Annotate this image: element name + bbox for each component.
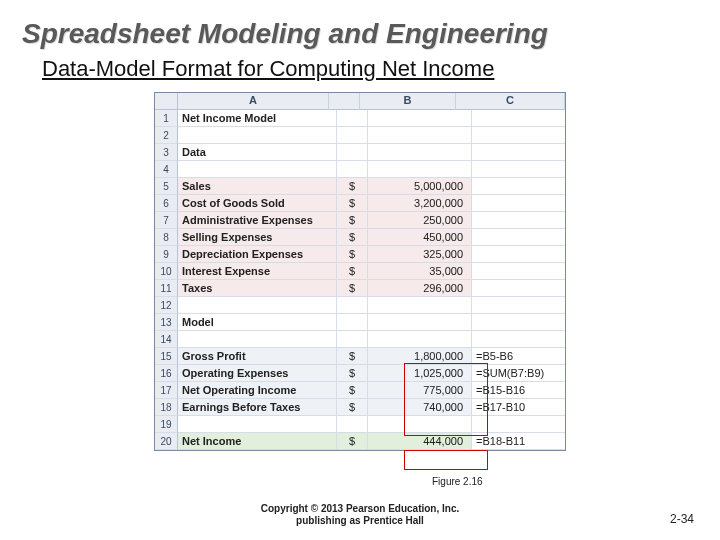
- cell-A[interactable]: Gross Profit: [178, 348, 337, 365]
- cell-B-value[interactable]: [368, 110, 472, 127]
- row-number[interactable]: 14: [155, 331, 178, 348]
- cell-A[interactable]: Data: [178, 144, 337, 161]
- cell-B-currency[interactable]: $: [337, 365, 368, 382]
- cell-B-value[interactable]: [368, 161, 472, 178]
- cell-B-value[interactable]: 250,000: [368, 212, 472, 229]
- cell-C-formula[interactable]: [472, 246, 565, 263]
- row-number[interactable]: 15: [155, 348, 178, 365]
- row-number[interactable]: 18: [155, 399, 178, 416]
- cell-A[interactable]: [178, 297, 337, 314]
- cell-B-value[interactable]: 325,000: [368, 246, 472, 263]
- row-number[interactable]: 7: [155, 212, 178, 229]
- cell-C-formula[interactable]: [472, 144, 565, 161]
- cell-B-currency[interactable]: [337, 127, 368, 144]
- cell-A[interactable]: Interest Expense: [178, 263, 337, 280]
- cell-B-value[interactable]: [368, 416, 472, 433]
- col-header-B[interactable]: B: [360, 93, 456, 110]
- cell-B-value[interactable]: 5,000,000: [368, 178, 472, 195]
- cell-B-currency[interactable]: $: [337, 178, 368, 195]
- row-number[interactable]: 12: [155, 297, 178, 314]
- row-number[interactable]: 6: [155, 195, 178, 212]
- cell-B-value[interactable]: [368, 331, 472, 348]
- row-number[interactable]: 4: [155, 161, 178, 178]
- row-number[interactable]: 1: [155, 110, 178, 127]
- cell-B-value[interactable]: [368, 127, 472, 144]
- row-number[interactable]: 10: [155, 263, 178, 280]
- cell-B-value[interactable]: 296,000: [368, 280, 472, 297]
- col-header-B-left[interactable]: [329, 93, 360, 110]
- cell-B-value[interactable]: [368, 314, 472, 331]
- cell-A[interactable]: Administrative Expenses: [178, 212, 337, 229]
- cell-B-value[interactable]: 1,025,000: [368, 365, 472, 382]
- cell-B-currency[interactable]: [337, 416, 368, 433]
- cell-C-formula[interactable]: =B15-B16: [472, 382, 565, 399]
- cell-C-formula[interactable]: [472, 161, 565, 178]
- cell-C-formula[interactable]: [472, 229, 565, 246]
- col-header-C[interactable]: C: [456, 93, 565, 110]
- cell-C-formula[interactable]: =B18-B11: [472, 433, 565, 450]
- cell-B-value[interactable]: [368, 297, 472, 314]
- cell-A[interactable]: [178, 331, 337, 348]
- cell-A[interactable]: Earnings Before Taxes: [178, 399, 337, 416]
- cell-A[interactable]: Taxes: [178, 280, 337, 297]
- cell-B-currency[interactable]: $: [337, 280, 368, 297]
- cell-C-formula[interactable]: [472, 263, 565, 280]
- cell-C-formula[interactable]: [472, 178, 565, 195]
- cell-A[interactable]: [178, 416, 337, 433]
- cell-A[interactable]: [178, 127, 337, 144]
- row-number[interactable]: 19: [155, 416, 178, 433]
- cell-A[interactable]: Operating Expenses: [178, 365, 337, 382]
- cell-C-formula[interactable]: =SUM(B7:B9): [472, 365, 565, 382]
- cell-B-value[interactable]: 444,000: [368, 433, 472, 450]
- row-number[interactable]: 20: [155, 433, 178, 450]
- cell-B-value[interactable]: 1,800,000: [368, 348, 472, 365]
- cell-B-currency[interactable]: $: [337, 212, 368, 229]
- cell-A[interactable]: Net Operating Income: [178, 382, 337, 399]
- cell-C-formula[interactable]: [472, 280, 565, 297]
- cell-B-value[interactable]: 3,200,000: [368, 195, 472, 212]
- cell-B-currency[interactable]: $: [337, 348, 368, 365]
- cell-A[interactable]: Net Income: [178, 433, 337, 450]
- cell-B-value[interactable]: 35,000: [368, 263, 472, 280]
- cell-B-currency[interactable]: $: [337, 229, 368, 246]
- cell-B-currency[interactable]: [337, 331, 368, 348]
- cell-B-currency[interactable]: [337, 110, 368, 127]
- cell-B-value[interactable]: [368, 144, 472, 161]
- cell-B-currency[interactable]: $: [337, 263, 368, 280]
- cell-C-formula[interactable]: =B17-B10: [472, 399, 565, 416]
- row-number[interactable]: 11: [155, 280, 178, 297]
- cell-B-currency[interactable]: $: [337, 399, 368, 416]
- cell-B-currency[interactable]: $: [337, 246, 368, 263]
- row-number[interactable]: 3: [155, 144, 178, 161]
- cell-B-currency[interactable]: [337, 297, 368, 314]
- cell-C-formula[interactable]: [472, 110, 565, 127]
- cell-A[interactable]: Sales: [178, 178, 337, 195]
- cell-A[interactable]: Selling Expenses: [178, 229, 337, 246]
- cell-B-value[interactable]: 775,000: [368, 382, 472, 399]
- row-number[interactable]: 9: [155, 246, 178, 263]
- cell-C-formula[interactable]: [472, 297, 565, 314]
- row-number[interactable]: 8: [155, 229, 178, 246]
- cell-B-currency[interactable]: $: [337, 382, 368, 399]
- cell-A[interactable]: [178, 161, 337, 178]
- col-header-A[interactable]: A: [178, 93, 329, 110]
- cell-C-formula[interactable]: =B5-B6: [472, 348, 565, 365]
- cell-C-formula[interactable]: [472, 127, 565, 144]
- cell-C-formula[interactable]: [472, 331, 565, 348]
- cell-B-currency[interactable]: $: [337, 195, 368, 212]
- cell-C-formula[interactable]: [472, 416, 565, 433]
- cell-C-formula[interactable]: [472, 314, 565, 331]
- cell-C-formula[interactable]: [472, 195, 565, 212]
- row-number[interactable]: 2: [155, 127, 178, 144]
- row-number[interactable]: 17: [155, 382, 178, 399]
- cell-A[interactable]: Depreciation Expenses: [178, 246, 337, 263]
- cell-B-currency[interactable]: [337, 144, 368, 161]
- row-number[interactable]: 13: [155, 314, 178, 331]
- cell-A[interactable]: Net Income Model: [178, 110, 337, 127]
- cell-A[interactable]: Model: [178, 314, 337, 331]
- cell-C-formula[interactable]: [472, 212, 565, 229]
- row-number[interactable]: 16: [155, 365, 178, 382]
- row-number[interactable]: 5: [155, 178, 178, 195]
- cell-B-currency[interactable]: $: [337, 433, 368, 450]
- cell-A[interactable]: Cost of Goods Sold: [178, 195, 337, 212]
